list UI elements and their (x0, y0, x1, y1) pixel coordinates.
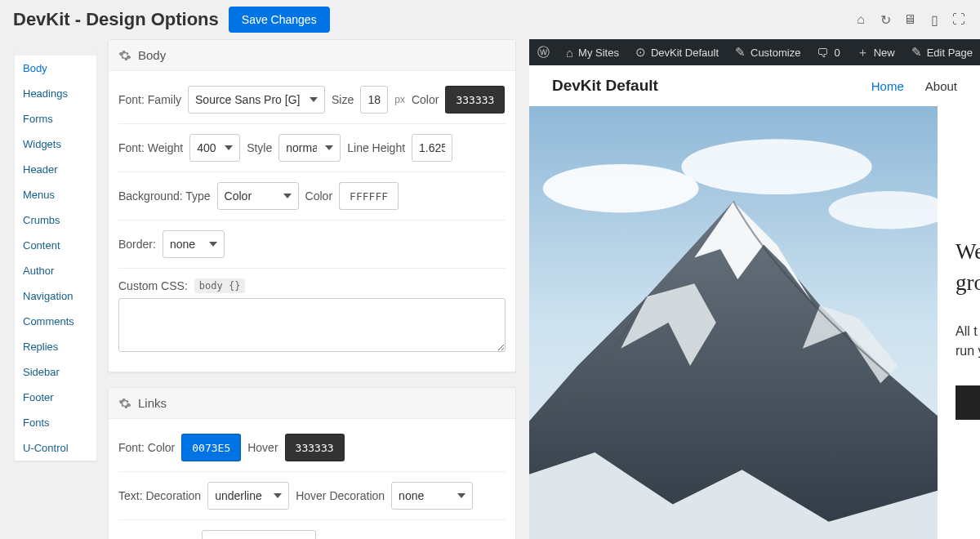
svg-point-2 (681, 139, 871, 194)
size-input[interactable] (360, 86, 388, 114)
sidebar-item-menus[interactable]: Menus (15, 182, 96, 207)
plus-icon: ＋ (857, 45, 869, 60)
sidebar-item-content[interactable]: Content (15, 233, 96, 258)
fullscreen-icon[interactable]: ⛶ (951, 11, 967, 28)
lineheight-input[interactable] (412, 134, 452, 162)
panel-body: Body Font: Family Source Sans Pro [G] Si… (108, 39, 516, 372)
dashboard-icon: ⊙ (635, 45, 646, 60)
gear-icon (118, 49, 131, 62)
home-icon[interactable]: ⌂ (853, 11, 869, 28)
text-deco-label: Text: Decoration (118, 489, 201, 502)
customize[interactable]: ✎Customize (727, 45, 808, 60)
my-sites[interactable]: ⌂My Sites (558, 46, 627, 60)
size-label: Size (332, 93, 354, 106)
sidebar: Body Headings Forms Widgets Header Menus… (15, 47, 96, 461)
gear-icon (118, 397, 131, 410)
font-family-label: Font: Family (118, 93, 181, 106)
sidebar-item-crumbs[interactable]: Crumbs (15, 207, 96, 233)
reload-icon[interactable]: ↻ (877, 11, 893, 28)
bg-type-select[interactable]: Color (217, 182, 299, 210)
border-label: Border: (118, 238, 156, 251)
sidebar-item-author[interactable]: Author (15, 258, 96, 283)
wp-admin-bar: ⓦ ⌂My Sites ⊙DevKit Default ✎Customize 🗨… (529, 39, 980, 65)
svg-point-1 (543, 164, 699, 212)
comments-label: 0 (834, 47, 840, 59)
nav-about[interactable]: About (925, 79, 957, 93)
font-weight-label: Font: Weight (118, 141, 183, 154)
pencil-icon: ✎ (911, 45, 922, 60)
my-sites-label: My Sites (578, 47, 619, 59)
preview-pane: ⓦ ⌂My Sites ⊙DevKit Default ✎Customize 🗨… (529, 39, 980, 539)
edit-page[interactable]: ✎Edit Page (903, 45, 980, 60)
panel-title: Body (138, 48, 166, 62)
border-select[interactable]: none (163, 230, 225, 258)
desktop-icon[interactable]: 🖥 (902, 11, 918, 28)
site-switch[interactable]: ⊙DevKit Default (627, 45, 727, 60)
new-label: New (874, 47, 895, 59)
sidebar-item-headings[interactable]: Headings (15, 81, 96, 106)
hover-deco-select[interactable]: none (391, 482, 473, 510)
hero-cta-button[interactable] (956, 385, 980, 420)
sidebar-item-footer[interactable]: Footer (15, 385, 96, 410)
panel-head-body[interactable]: Body (109, 40, 515, 71)
customcss-label: Custom CSS: (118, 279, 188, 292)
site-header: DevKit Default Home About (529, 65, 980, 106)
bg-color-swatch[interactable]: FFFFFF (339, 182, 399, 210)
font-color-swatch[interactable]: 333333 (445, 86, 505, 114)
panel-links: Links Font: Color 0073E5 Hover 333333 Te… (108, 387, 516, 539)
edit-label: Edit Page (927, 47, 973, 59)
panel-title: Links (138, 396, 167, 410)
hero-image (529, 106, 938, 539)
size-unit: px (394, 94, 405, 105)
text-deco-select[interactable]: underline (207, 482, 289, 510)
hero-text: We gro All t run y (938, 106, 980, 539)
customcss-selector: body {} (194, 278, 246, 293)
style-select[interactable]: normal (278, 134, 341, 162)
hero-p1: All t (956, 324, 978, 338)
wordpress-icon: ⓦ (537, 45, 550, 60)
lineheight-label: Line Height (347, 141, 405, 154)
link-color-swatch[interactable]: 0073E5 (181, 434, 241, 461)
page-title: DevKit - Design Options (13, 9, 219, 30)
color-label: Color (412, 93, 439, 106)
sidebar-item-navigation[interactable]: Navigation (15, 283, 96, 309)
save-button[interactable]: Save Changes (229, 7, 330, 33)
hero: We gro All t run y (529, 106, 980, 539)
sidebar-item-body[interactable]: Body (15, 56, 96, 81)
sidebar-item-forms[interactable]: Forms (15, 106, 96, 131)
sidebar-item-replies[interactable]: Replies (15, 334, 96, 359)
hover-label: Hover (247, 441, 278, 454)
style-label: Style (247, 141, 272, 154)
sidebar-item-comments[interactable]: Comments (15, 309, 96, 334)
transition-input[interactable] (202, 530, 316, 539)
mobile-icon[interactable]: ▯ (926, 11, 942, 28)
hero-p2: run y (956, 344, 980, 358)
sidebar-item-fonts[interactable]: Fonts (15, 410, 96, 435)
hover-color-swatch[interactable]: 333333 (285, 434, 345, 461)
link-font-color-label: Font: Color (118, 441, 175, 454)
hero-heading-1: We (956, 239, 980, 264)
site-title: DevKit Default (552, 77, 658, 95)
sidebar-item-header[interactable]: Header (15, 157, 96, 182)
nav-home[interactable]: Home (871, 79, 904, 93)
sidebar-item-sidebar[interactable]: Sidebar (15, 359, 96, 385)
toolbar-icons: ⌂ ↻ 🖥 ▯ ⛶ (853, 11, 967, 28)
bg-color-label: Color (305, 189, 332, 203)
sidebar-item-widgets[interactable]: Widgets (15, 131, 96, 157)
bg-type-label: Background: Type (118, 189, 211, 203)
hover-deco-label: Hover Decoration (296, 489, 385, 502)
sites-icon: ⌂ (566, 46, 573, 60)
comments-count[interactable]: 🗨0 (808, 46, 848, 60)
hero-heading-2: gro (956, 270, 980, 295)
font-weight-select[interactable]: 400 (189, 134, 240, 162)
site-name-label: DevKit Default (651, 47, 719, 59)
wp-logo[interactable]: ⓦ (529, 45, 558, 60)
customcss-textarea[interactable] (118, 298, 506, 352)
sidebar-item-u-control[interactable]: U-Control (15, 435, 96, 461)
brush-icon: ✎ (735, 45, 746, 60)
panel-head-links[interactable]: Links (109, 388, 515, 419)
topbar: DevKit - Design Options Save Changes ⌂ ↻… (0, 0, 980, 39)
site-nav: Home About (871, 79, 957, 93)
new-content[interactable]: ＋New (849, 45, 903, 60)
font-family-select[interactable]: Source Sans Pro [G] (188, 86, 325, 114)
